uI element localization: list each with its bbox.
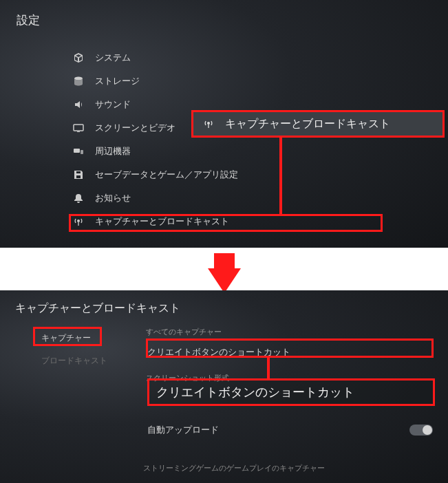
highlight-connector-2 — [267, 358, 270, 378]
page-title: 設定 — [0, 0, 448, 28]
menu-label: システム — [95, 52, 131, 64]
svg-rect-2 — [77, 131, 80, 132]
section-all-captures-label: すべてのキャプチャー — [146, 327, 448, 337]
save-icon — [72, 168, 85, 182]
highlight-menu-capture — [69, 214, 383, 232]
menu-label: ストレージ — [95, 75, 140, 87]
callout-label: キャプチャーとブロードキャスト — [225, 117, 390, 131]
menu-label: セーブデータとゲーム／アプリ設定 — [95, 169, 238, 181]
menu-label: サウンド — [95, 98, 131, 111]
screen-icon — [72, 121, 85, 135]
menu-label: スクリーンとビデオ — [95, 122, 175, 134]
toggle-auto-upload[interactable] — [409, 425, 433, 436]
highlight-callout-capture: キャプチャーとブロードキャスト — [191, 110, 445, 138]
svg-rect-3 — [74, 149, 80, 153]
highlight-row-shortcut — [146, 339, 434, 358]
svg-point-6 — [207, 122, 210, 125]
menu-label: 周辺機器 — [95, 145, 131, 158]
speaker-icon — [72, 98, 85, 111]
menu-item-notifications[interactable]: お知らせ — [72, 186, 448, 210]
cube-icon — [72, 51, 85, 65]
section-streaming-capture-label: ストリーミングゲームのゲームプレイのキャプチャー — [0, 463, 448, 473]
disk-icon — [72, 74, 85, 88]
broadcast-icon — [202, 117, 215, 131]
menu-item-storage[interactable]: ストレージ — [72, 69, 448, 93]
peripherals-icon — [72, 144, 85, 158]
highlight-subnav-capture — [33, 327, 102, 346]
svg-rect-1 — [74, 125, 83, 131]
bell-icon — [72, 191, 85, 205]
menu-item-peripherals[interactable]: 周辺機器 — [72, 140, 448, 163]
big-callout-label: クリエイトボタンのショートカット — [156, 384, 354, 400]
settings-menu: システム ストレージ サウンド スクリーンとビデオ 周辺機器 セーブデータとゲー… — [0, 46, 448, 233]
menu-item-savedata[interactable]: セーブデータとゲーム／アプリ設定 — [72, 163, 448, 186]
highlight-connector — [279, 138, 282, 216]
row-label: 自動アップロード — [147, 424, 219, 436]
menu-item-system[interactable]: システム — [72, 46, 448, 69]
subnav-broadcast[interactable]: ブロードキャスト — [37, 350, 120, 372]
subpage-title: キャプチャーとブロードキャスト — [0, 290, 448, 316]
svg-rect-4 — [81, 150, 83, 154]
svg-point-0 — [74, 77, 83, 80]
menu-label: お知らせ — [95, 192, 131, 204]
settings-panel: 設定 システム ストレージ サウンド スクリーンとビデオ 周辺機器 セーブデータ… — [0, 0, 448, 248]
row-auto-upload[interactable]: 自動アップロード — [146, 419, 448, 441]
capture-broadcast-panel: キャプチャーとブロードキャスト キャプチャー ブロードキャスト すべてのキャプチ… — [0, 290, 448, 483]
step-arrow — [0, 248, 448, 290]
highlight-big-callout: クリエイトボタンのショートカット — [147, 378, 435, 406]
